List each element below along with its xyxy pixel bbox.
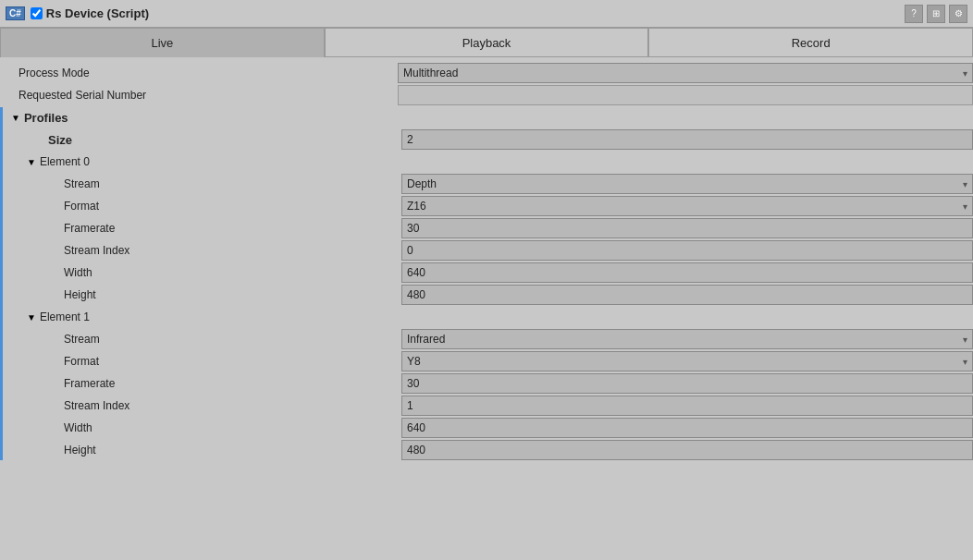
element-1-stream-value: Infrared xyxy=(407,333,445,346)
element-1-format-arrow: ▾ xyxy=(963,357,967,367)
element-1-width-row: Width 640 xyxy=(4,418,973,438)
element-0-triangle: ▼ xyxy=(27,157,36,167)
serial-number-label: Requested Serial Number xyxy=(0,89,398,102)
title-text: Rs Device (Script) xyxy=(46,6,149,20)
content-area: Process Mode Multithread ▾ Requested Ser… xyxy=(0,57,973,468)
element-1-framerate-row: Framerate 30 xyxy=(4,373,973,394)
element-0-stream-index-label: Stream Index xyxy=(4,244,401,257)
tab-record[interactable]: Record xyxy=(648,28,973,57)
element-1-width-value: 640 xyxy=(401,418,973,438)
tab-playback-label: Playback xyxy=(462,36,511,50)
settings-icon-btn[interactable]: ⚙ xyxy=(949,5,967,23)
title-left: C# Rs Device (Script) xyxy=(6,6,149,20)
element-0-format-row: Format Z16 ▾ xyxy=(4,196,973,216)
element-1-stream-index-value: 1 xyxy=(401,396,973,416)
element-0-header[interactable]: ▼ Element 0 xyxy=(4,152,973,172)
element-0-stream-index-value: 0 xyxy=(401,240,973,261)
tab-record-label: Record xyxy=(792,36,831,50)
enable-checkbox[interactable] xyxy=(31,7,43,19)
element-0-stream-row: Stream Depth ▾ xyxy=(4,174,973,194)
element-1-width-label: Width xyxy=(4,421,401,434)
element-0-format-select[interactable]: Z16 ▾ xyxy=(401,196,973,216)
process-mode-arrow: ▾ xyxy=(963,68,967,79)
element-0-framerate-row: Framerate 30 xyxy=(4,218,973,238)
tabs-container: Live Playback Record xyxy=(0,28,973,57)
element-0-width-row: Width 640 xyxy=(4,262,973,283)
size-label: Size xyxy=(4,133,401,147)
element-0-height-value: 480 xyxy=(401,285,973,305)
size-row: Size 2 xyxy=(4,129,973,150)
element-1-format-value: Y8 xyxy=(407,355,421,368)
title-icons: ? ⊞ ⚙ xyxy=(905,5,967,23)
element-0-height-label: Height xyxy=(4,288,401,301)
element-0-stream-select[interactable]: Depth ▾ xyxy=(401,174,973,194)
process-mode-select[interactable]: Multithread ▾ xyxy=(398,63,973,83)
element-1-format-label: Format xyxy=(4,355,401,368)
tab-live[interactable]: Live xyxy=(0,28,325,57)
process-mode-label: Process Mode xyxy=(0,67,398,79)
serial-number-input[interactable] xyxy=(398,85,973,105)
element-1-stream-index-label: Stream Index xyxy=(4,399,401,412)
tab-live-label: Live xyxy=(151,36,173,50)
element-1-label: Element 1 xyxy=(40,310,90,323)
element-1-triangle: ▼ xyxy=(27,312,36,323)
cs-badge: C# xyxy=(6,6,25,20)
profiles-section: ▼ Profiles Size 2 ▼ Element 0 Stream Dep… xyxy=(0,107,973,460)
profiles-triangle: ▼ xyxy=(11,113,20,123)
element-0-stream-arrow: ▾ xyxy=(963,179,967,189)
element-1-stream-label: Stream xyxy=(4,333,401,346)
element-0-format-label: Format xyxy=(4,200,401,213)
help-icon-btn[interactable]: ? xyxy=(905,5,923,23)
element-0-format-value: Z16 xyxy=(407,200,426,213)
element-1-header[interactable]: ▼ Element 1 xyxy=(4,307,973,327)
element-1-stream-row: Stream Infrared ▾ xyxy=(4,329,973,349)
element-0-stream-value: Depth xyxy=(407,177,437,190)
element-1-stream-select[interactable]: Infrared ▾ xyxy=(401,329,973,349)
element-1-section: ▼ Element 1 Stream Infrared ▾ Format Y8 xyxy=(4,307,973,460)
profiles-label: Profiles xyxy=(24,111,68,125)
element-0-framerate-label: Framerate xyxy=(4,222,401,235)
profiles-blue-bar xyxy=(0,107,3,460)
element-1-format-select[interactable]: Y8 ▾ xyxy=(401,351,973,371)
element-0-format-arrow: ▾ xyxy=(963,201,967,212)
element-0-stream-label: Stream xyxy=(4,177,401,190)
element-1-format-row: Format Y8 ▾ xyxy=(4,351,973,371)
element-0-width-value: 640 xyxy=(401,262,973,283)
element-0-label: Element 0 xyxy=(40,155,90,168)
layout-icon-btn[interactable]: ⊞ xyxy=(927,5,945,23)
element-1-height-value: 480 xyxy=(401,440,973,460)
element-0-framerate-value: 30 xyxy=(401,218,973,238)
title-checkbox-label[interactable]: Rs Device (Script) xyxy=(31,6,149,20)
size-value: 2 xyxy=(401,129,973,150)
element-1-stream-arrow: ▾ xyxy=(963,335,967,345)
element-1-height-row: Height 480 xyxy=(4,440,973,460)
title-bar: C# Rs Device (Script) ? ⊞ ⚙ xyxy=(0,0,973,28)
element-0-width-label: Width xyxy=(4,266,401,279)
profiles-header[interactable]: ▼ Profiles xyxy=(4,107,973,128)
element-1-framerate-value: 30 xyxy=(401,373,973,394)
element-0-height-row: Height 480 xyxy=(4,285,973,305)
element-0-stream-index-row: Stream Index 0 xyxy=(4,240,973,261)
process-mode-value: Multithread xyxy=(403,67,458,79)
serial-number-row: Requested Serial Number xyxy=(0,85,973,105)
element-0-section: ▼ Element 0 Stream Depth ▾ Format Z16 xyxy=(4,152,973,305)
element-1-stream-index-row: Stream Index 1 xyxy=(4,396,973,416)
process-mode-row: Process Mode Multithread ▾ xyxy=(0,63,973,83)
tab-playback[interactable]: Playback xyxy=(325,28,649,57)
element-1-height-label: Height xyxy=(4,444,401,457)
element-1-framerate-label: Framerate xyxy=(4,377,401,390)
